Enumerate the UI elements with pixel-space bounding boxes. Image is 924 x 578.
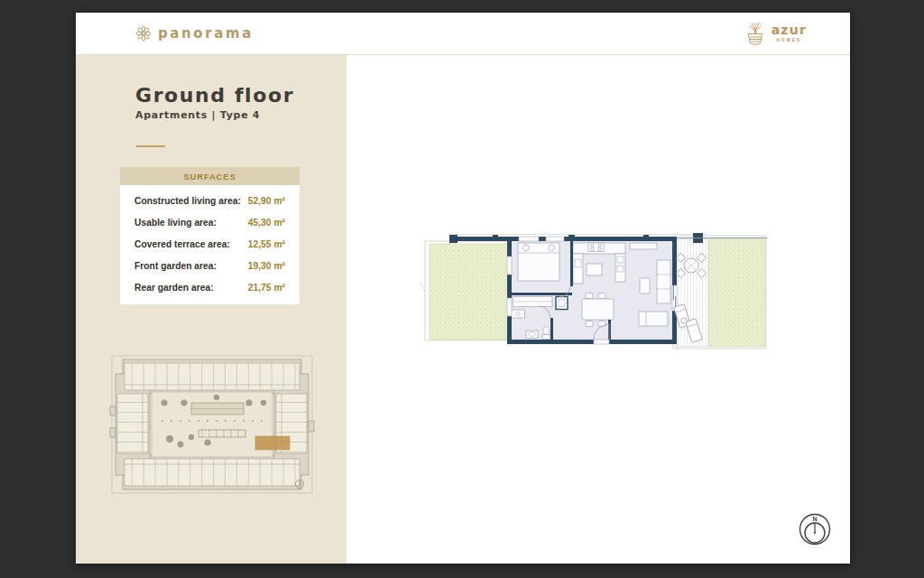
page-title: Ground floor — [135, 84, 294, 107]
surface-value: 19,30 m² — [248, 261, 285, 271]
surfaces-table-header: SURFACES — [120, 167, 300, 185]
utility-box — [556, 297, 568, 310]
rear-garden — [708, 239, 765, 347]
azur-sun-basket-icon — [744, 21, 766, 46]
partner-tagline: HOMES — [776, 39, 801, 43]
partner-name: azur — [772, 23, 807, 36]
surface-label: Constructed living area: — [134, 196, 241, 206]
floor-plan — [417, 231, 769, 359]
surfaces-table-body: Constructed living area: 52,90 m² Usable… — [120, 185, 300, 304]
site-plan-map — [108, 352, 316, 497]
document-page: panorama azur HOMES — [76, 13, 850, 564]
brand-logo: panorama — [135, 25, 254, 42]
partner-logo: azur HOMES — [744, 21, 807, 46]
table-row: Constructed living area: 52,90 m² — [120, 190, 300, 211]
table-row: Front garden area: 19,30 m² — [120, 256, 300, 277]
selected-unit-highlight[interactable] — [255, 436, 290, 450]
surface-value: 12,55 m² — [248, 239, 285, 249]
surface-label: Front garden area: — [134, 261, 217, 271]
page-subtitle: Apartments | Type 4 — [135, 109, 260, 121]
panorama-flower-icon — [135, 25, 152, 42]
table-row: Rear garden area: 21,75 m² — [120, 277, 300, 299]
surfaces-table: SURFACES Constructed living area: 52,90 … — [120, 167, 300, 304]
table-row: Covered terrace area: 12,55 m² — [120, 233, 300, 255]
table-row: Usable living area: 45,30 m² — [120, 211, 300, 233]
brand-name: panorama — [158, 25, 254, 42]
surface-label: Usable living area: — [134, 218, 217, 228]
surface-value: 52,90 m² — [248, 196, 285, 206]
surface-label: Rear garden area: — [134, 283, 214, 293]
surface-value: 21,75 m² — [248, 283, 285, 293]
surface-value: 45,30 m² — [248, 218, 285, 228]
front-garden — [430, 244, 508, 340]
main-panel: N — [346, 55, 850, 564]
sidebar-panel: Ground floor Apartments | Type 4 SURFACE… — [76, 55, 346, 564]
compass-north-label: N — [812, 516, 817, 522]
title-underline — [136, 145, 165, 147]
north-compass-icon: N — [795, 507, 835, 550]
site-plan-building — [110, 356, 314, 493]
viewer-background: { "window": { "background": "#2f2f2f" },… — [0, 0, 924, 578]
surface-label: Covered terrace area: — [134, 239, 230, 249]
header-bar: panorama azur HOMES — [76, 13, 850, 55]
